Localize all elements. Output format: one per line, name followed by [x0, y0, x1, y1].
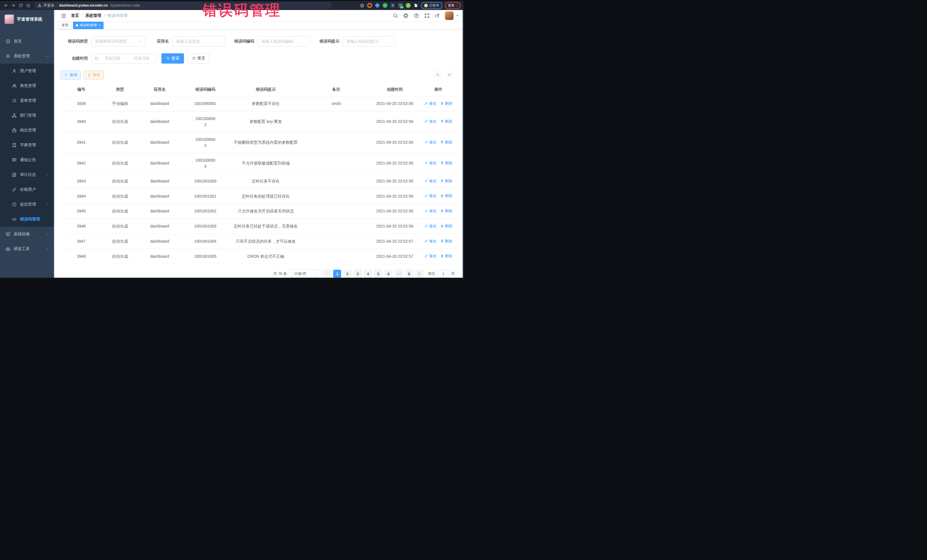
pagination-page-5[interactable]: 5: [374, 270, 382, 278]
forward-button[interactable]: [10, 2, 17, 9]
edit-link[interactable]: 修改: [424, 208, 436, 214]
home-button[interactable]: [25, 2, 31, 9]
fullscreen-icon[interactable]: [424, 13, 430, 18]
edit-label: 修改: [429, 238, 436, 244]
delete-link[interactable]: 删除: [441, 193, 452, 199]
date-range-picker[interactable]: 开始日期 - 结束日期: [91, 53, 157, 64]
sidebar-item-1[interactable]: 系统管理: [0, 49, 54, 64]
sidebar-item-11[interactable]: 短信管理: [0, 197, 54, 212]
delete-link[interactable]: 删除: [441, 238, 452, 244]
sidebar-item-7[interactable]: 字典管理: [0, 138, 54, 153]
font-size-icon[interactable]: TT: [435, 14, 440, 18]
screen: 不安全 dashboard.yudao.iocoder.cn/system/er…: [0, 0, 464, 280]
sidebar-item-2[interactable]: 用户管理: [0, 64, 54, 78]
address-bar[interactable]: 不安全 dashboard.yudao.iocoder.cn/system/er…: [34, 2, 332, 9]
bookmark-star-icon[interactable]: [360, 3, 365, 8]
sidebar-item-5[interactable]: 部门管理: [0, 108, 54, 123]
tab-home[interactable]: 首页: [59, 22, 71, 29]
announcement-icon: [12, 158, 17, 162]
extension-puzzle-icon[interactable]: [413, 3, 418, 8]
delete-link[interactable]: 删除: [441, 118, 452, 124]
app-name-input[interactable]: [172, 36, 225, 47]
toggle-search-button[interactable]: [434, 71, 442, 79]
extension-check-icon[interactable]: ✓: [383, 3, 388, 8]
edit-link[interactable]: 修改: [424, 160, 436, 166]
sidebar-item-8[interactable]: 通知公告: [0, 153, 54, 167]
pagination-page-6[interactable]: 6: [384, 270, 392, 278]
tab-close-icon[interactable]: ×: [99, 24, 101, 27]
edit-link[interactable]: 修改: [424, 118, 436, 124]
tab-error-code[interactable]: 错误码管理 ×: [73, 22, 103, 29]
pagination-next-button[interactable]: [415, 270, 423, 278]
breadcrumb-home[interactable]: 首页: [71, 13, 79, 18]
edit-link[interactable]: 修改: [424, 193, 436, 199]
pagination-page-1[interactable]: 1: [333, 270, 341, 278]
back-button[interactable]: [3, 2, 9, 9]
date-end-placeholder: 结束日期: [129, 56, 154, 61]
window-scrollbar[interactable]: [463, 10, 464, 278]
edit-icon: [424, 194, 428, 197]
edit-link[interactable]: 修改: [424, 101, 436, 106]
sidebar-item-label: 菜单管理: [20, 98, 36, 103]
extension-switch-icon[interactable]: on: [398, 3, 403, 8]
delete-link[interactable]: 删除: [441, 140, 452, 145]
sidebar-item-13[interactable]: 基础设施: [0, 227, 54, 241]
chrome-update-button[interactable]: 更新: [445, 2, 461, 9]
page-size-select[interactable]: 10条/页: [292, 270, 321, 278]
extension-gem-icon[interactable]: [375, 3, 380, 8]
extension-person-icon[interactable]: [406, 3, 411, 8]
reset-button[interactable]: 重置: [187, 53, 210, 64]
extension-shield-icon[interactable]: [367, 3, 372, 8]
window-bottom-edge: [0, 278, 464, 280]
extension-grid-icon[interactable]: [390, 3, 395, 8]
goto-page-input[interactable]: [437, 270, 449, 278]
pagination-ellipsis[interactable]: [395, 270, 403, 278]
delete-link[interactable]: 删除: [441, 208, 452, 214]
export-button[interactable]: 导出: [84, 70, 104, 80]
sidebar-item-14[interactable]: 研发工具: [0, 241, 54, 256]
edit-link[interactable]: 修改: [424, 140, 436, 145]
error-hint-input[interactable]: [343, 36, 396, 47]
sidebar-item-9[interactable]: 审计日志: [0, 167, 54, 182]
sidebar-item-6[interactable]: 岗位管理: [0, 123, 54, 138]
profile-paused-badge[interactable]: 已暂停: [421, 2, 442, 9]
reload-button[interactable]: [18, 2, 24, 9]
hamburger-icon[interactable]: [61, 13, 67, 18]
error-type-select[interactable]: 请选择错误码类型: [91, 36, 146, 47]
refresh-table-button[interactable]: [445, 71, 453, 79]
delete-label: 删除: [445, 253, 452, 259]
delete-link[interactable]: 删除: [441, 101, 452, 106]
help-icon[interactable]: [414, 13, 419, 18]
org-tree-icon: [12, 113, 17, 118]
delete-link[interactable]: 删除: [441, 178, 452, 184]
delete-link[interactable]: 删除: [441, 160, 452, 166]
sidebar-item-3[interactable]: 角色管理: [0, 78, 54, 93]
edit-link[interactable]: 修改: [424, 253, 436, 259]
column-header: 编号: [61, 83, 102, 96]
pagination-page-8[interactable]: 8: [405, 270, 413, 278]
sidebar-item-4[interactable]: 菜单管理: [0, 93, 54, 108]
search-button[interactable]: 搜索: [161, 53, 184, 64]
edit-link[interactable]: 修改: [424, 223, 436, 229]
sidebar-logo[interactable]: 芋道管理系统: [0, 10, 54, 28]
sidebar-item-12[interactable]: 错误码管理: [0, 212, 54, 227]
github-icon[interactable]: [403, 13, 409, 18]
pagination-page-3[interactable]: 3: [354, 270, 362, 278]
user-avatar[interactable]: [445, 11, 453, 20]
pagination-page-2[interactable]: 2: [343, 270, 351, 278]
users-icon: [12, 83, 17, 88]
delete-link[interactable]: 删除: [441, 253, 452, 259]
caret-down-icon[interactable]: [456, 15, 458, 17]
pagination-prev-button[interactable]: [323, 270, 331, 278]
delete-link[interactable]: 删除: [441, 223, 452, 229]
error-code-input[interactable]: [258, 36, 310, 47]
pagination-page-4[interactable]: 4: [364, 270, 372, 278]
add-button[interactable]: 新增: [61, 70, 81, 80]
search-icon[interactable]: [393, 13, 398, 18]
kebab-menu-icon[interactable]: [457, 4, 458, 7]
sidebar-item-10[interactable]: 在线用户: [0, 182, 54, 197]
edit-link[interactable]: 修改: [424, 178, 436, 184]
sidebar-item-0[interactable]: 首页: [0, 34, 54, 49]
edit-link[interactable]: 修改: [424, 238, 436, 244]
breadcrumb-system[interactable]: 系统管理: [85, 13, 101, 18]
